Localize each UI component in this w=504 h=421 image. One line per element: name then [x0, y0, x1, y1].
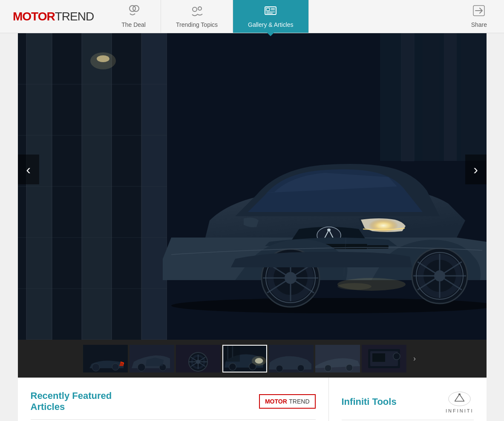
next-arrow-icon: › [473, 163, 478, 176]
svg-point-34 [369, 219, 398, 232]
logo-trend: TREND [55, 10, 94, 23]
tab-the-deal-label: The Deal [121, 21, 146, 28]
badge-trend: TREND [289, 398, 309, 405]
infiniti-tools-title: Infiniti Tools [342, 396, 397, 407]
svg-rect-91 [372, 353, 385, 362]
thumbnail-5[interactable] [269, 345, 314, 372]
thumbnail-3[interactable] [176, 345, 221, 372]
svg-point-84 [297, 365, 304, 372]
nav-tabs: The Deal Trending Topics [107, 0, 454, 33]
recently-featured-section: Recently Featured Articles MOTOR TREND [18, 378, 329, 421]
svg-point-78 [252, 356, 266, 366]
tab-gallery-articles[interactable]: Gallery & Articles [233, 0, 309, 33]
thumb-next-icon: › [413, 354, 416, 363]
svg-point-46 [285, 272, 297, 284]
tab-share[interactable]: Share [454, 0, 504, 33]
infiniti-brand-text: INFINITI [446, 408, 474, 413]
building-svg [18, 33, 167, 340]
infiniti-emblem [448, 390, 471, 407]
svg-point-61 [112, 364, 119, 370]
infiniti-tools-header: Infiniti Tools INFINITI [342, 390, 474, 420]
svg-point-58 [337, 283, 372, 290]
svg-point-92 [393, 353, 400, 360]
tab-share-label: Share [471, 21, 487, 28]
tab-gallery-label: Gallery & Articles [248, 21, 294, 28]
tab-trending-label: Trending Topics [176, 21, 218, 28]
thumbnail-1[interactable] [83, 345, 128, 372]
motor-trend-badge: MOTOR TREND [259, 394, 316, 409]
bottom-section: Recently Featured Articles MOTOR TREND [18, 378, 487, 421]
gallery-image-bg: ‹ › [18, 33, 487, 340]
svg-point-60 [92, 364, 100, 371]
svg-point-2 [193, 7, 197, 11]
thumbnail-4[interactable] [222, 345, 267, 372]
svg-rect-59 [83, 345, 128, 372]
the-deal-icon [127, 5, 140, 19]
svg-point-23 [90, 52, 116, 69]
infiniti-tools-section: Infiniti Tools INFINITI › Visit Infiniti… [329, 378, 487, 421]
gallery-icon [264, 5, 277, 19]
gallery-main: ‹ › [18, 33, 487, 378]
thumbnail-2[interactable] [130, 345, 174, 372]
thumbnails-next[interactable]: › [408, 345, 421, 372]
prev-arrow-icon: ‹ [26, 163, 31, 176]
thumbnail-6[interactable] [315, 345, 360, 372]
svg-point-63 [138, 364, 145, 371]
header: MOTORTREND The Deal [0, 0, 504, 33]
thumbnail-7[interactable] [362, 345, 406, 372]
svg-point-55 [434, 270, 445, 281]
svg-rect-37 [367, 245, 389, 249]
main-image: ‹ › [18, 33, 487, 340]
trending-icon [190, 5, 203, 19]
tab-the-deal[interactable]: The Deal [107, 0, 161, 33]
logo-area: MOTORTREND [0, 0, 107, 33]
svg-point-75 [229, 363, 236, 370]
recently-featured-title: Recently Featured Articles [31, 390, 112, 413]
svg-point-73 [196, 360, 200, 364]
car-svg [150, 110, 487, 314]
svg-rect-79 [224, 346, 240, 362]
thumbnails-strip: › [18, 340, 487, 378]
svg-point-83 [276, 365, 283, 372]
svg-rect-5 [266, 8, 270, 11]
svg-point-33 [327, 229, 331, 231]
recently-featured-header: Recently Featured Articles MOTOR TREND [31, 390, 316, 420]
badge-motor: MOTOR [265, 398, 287, 405]
infiniti-logo-area: INFINITI [446, 390, 474, 413]
svg-point-3 [198, 7, 202, 10]
logo-motor: MOTOR [13, 10, 55, 23]
svg-point-97 [458, 393, 461, 395]
svg-point-86 [325, 365, 331, 372]
tab-trending-topics[interactable]: Trending Topics [161, 0, 233, 33]
share-icon [473, 5, 485, 19]
svg-point-87 [346, 364, 353, 371]
gallery-prev-arrow[interactable]: ‹ [18, 155, 39, 184]
gallery-next-arrow[interactable]: › [465, 155, 487, 184]
